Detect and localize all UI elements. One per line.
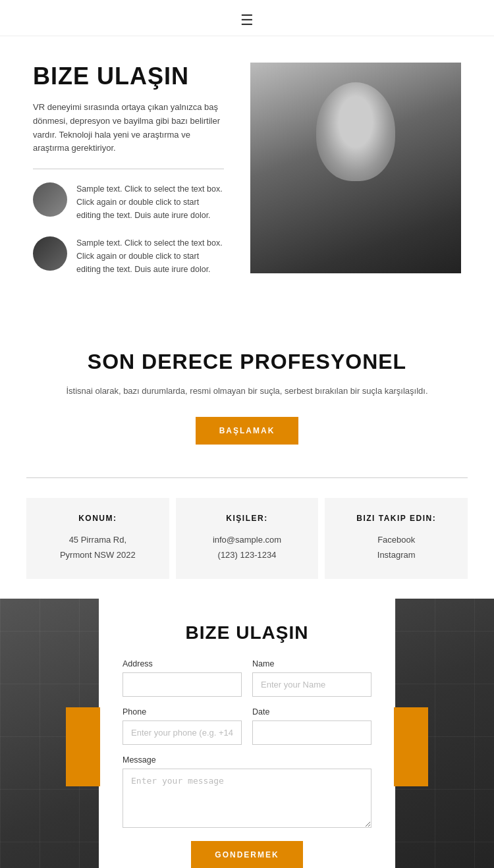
form-field-date: Date: [252, 707, 371, 745]
hero-photo-container: [250, 63, 461, 273]
contact-email: info@sample.com: [213, 535, 281, 545]
contact-text-1: Sample text. Click to select the text bo…: [76, 182, 224, 222]
hero-left: Bize Ulaşın VR deneyimi sırasında ortaya…: [33, 63, 231, 290]
form-field-phone: Phone: [123, 707, 242, 745]
info-card-contact-content: info@sample.com (123) 123-1234: [189, 532, 306, 563]
form-title: Bize Ulaşın: [123, 622, 371, 643]
hero-divider: [33, 169, 224, 169]
address-input[interactable]: [123, 672, 242, 697]
hero-description: VR deneyimi sırasında ortaya çıkan yalnı…: [33, 101, 224, 155]
phone-input[interactable]: [123, 720, 242, 745]
info-card-social: Bizi Takip Edin: Facebook Instagram: [325, 498, 468, 579]
message-textarea[interactable]: [123, 769, 371, 828]
avatar-2: [33, 236, 67, 271]
info-card-location-title: Konum:: [40, 514, 156, 523]
hamburger-icon[interactable]: ☰: [240, 12, 254, 29]
hero-section: Bize Ulaşın VR deneyimi sırasında ortaya…: [0, 36, 494, 317]
info-card-contact-title: Kişiler:: [189, 514, 306, 523]
form-row-address-name: Address Name: [123, 659, 371, 697]
address-label: Address: [123, 659, 242, 668]
avatar-1: [33, 182, 67, 217]
info-card-location: Konum: 45 Pirrama Rd, Pyrmont NSW 2022: [26, 498, 169, 579]
name-input[interactable]: [252, 672, 371, 697]
form-field-message: Message: [123, 755, 371, 828]
facebook-link[interactable]: Facebook: [338, 532, 454, 547]
name-label: Name: [252, 659, 371, 668]
info-card-social-content: Facebook Instagram: [338, 532, 454, 563]
location-line2: Pyrmont NSW 2022: [60, 550, 136, 560]
form-submit-row: Gondermek: [123, 841, 371, 868]
form-row-phone-date: Phone Date: [123, 707, 371, 745]
professional-description: İstisnai olarak, bazı durumlarda, resmi …: [66, 385, 428, 398]
phone-label: Phone: [123, 707, 242, 717]
form-field-address: Address: [123, 659, 242, 697]
submit-button[interactable]: Gondermek: [191, 841, 302, 868]
hero-title: Bize Ulaşın: [33, 63, 224, 90]
info-card-location-content: 45 Pirrama Rd, Pyrmont NSW 2022: [40, 532, 156, 563]
avatar-img-1: [33, 182, 67, 217]
info-cards: Konum: 45 Pirrama Rd, Pyrmont NSW 2022 K…: [0, 478, 494, 599]
orange-bar-right: [394, 707, 428, 786]
professional-title: Son Derece Profesyonel: [66, 350, 428, 374]
location-line1: 45 Pirrama Rd,: [69, 535, 126, 545]
hero-photo: [250, 63, 461, 273]
date-label: Date: [252, 707, 371, 717]
instagram-link[interactable]: Instagram: [338, 547, 454, 562]
info-card-social-title: Bizi Takip Edin:: [338, 514, 454, 523]
form-container: Bize Ulaşın Address Name Phone Date Mess…: [99, 599, 395, 868]
contact-item-2: Sample text. Click to select the text bo…: [33, 236, 224, 276]
form-section-wrapper: Bize Ulaşın Address Name Phone Date Mess…: [0, 599, 494, 868]
header: ☰: [0, 0, 494, 36]
contact-text-2: Sample text. Click to select the text bo…: [76, 236, 224, 276]
start-button[interactable]: Başlamak: [196, 417, 299, 445]
form-field-name: Name: [252, 659, 371, 697]
contact-phone: (123) 123-1234: [218, 550, 277, 560]
orange-bar-left: [66, 707, 100, 786]
contact-item-1: Sample text. Click to select the text bo…: [33, 182, 224, 222]
message-label: Message: [123, 755, 371, 765]
info-card-contact: Kişiler: info@sample.com (123) 123-1234: [176, 498, 319, 579]
date-input[interactable]: [252, 720, 371, 745]
avatar-img-2: [33, 236, 67, 271]
professional-section: Son Derece Profesyonel İstisnai olarak, …: [0, 317, 494, 471]
